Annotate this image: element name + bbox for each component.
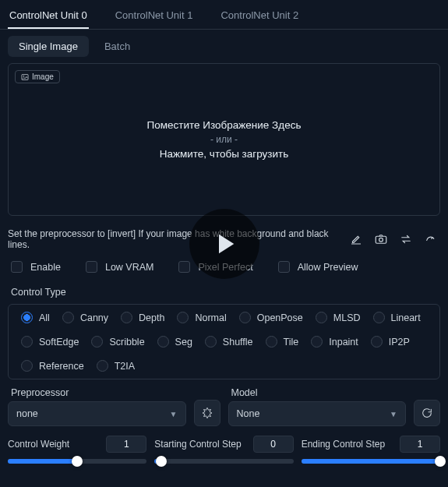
- radio-openpose[interactable]: OpenPose: [236, 309, 306, 326]
- radio-depth[interactable]: Depth: [118, 309, 168, 326]
- undo-icon-button[interactable]: [422, 230, 440, 249]
- radio-seg[interactable]: Seg: [154, 333, 196, 350]
- starting-step-label: Starting Control Step: [154, 439, 241, 450]
- radio-canny[interactable]: Canny: [59, 309, 111, 326]
- dropzone-line2: Нажмите, чтобы загрузить: [160, 148, 289, 160]
- radio-scribble[interactable]: Scribble: [88, 333, 147, 350]
- refresh-icon: [421, 407, 433, 419]
- control-type-label: Control Type: [0, 284, 448, 301]
- tab-single-image[interactable]: Single Image: [8, 36, 89, 57]
- control-weight-label: Control Weight: [8, 439, 69, 450]
- preprocessor-label: Preprocessor: [8, 387, 186, 398]
- radio-softedge[interactable]: SoftEdge: [18, 333, 82, 350]
- model-select[interactable]: None ▼: [228, 401, 407, 426]
- hint-text: Set the preprocessor to [invert] If your…: [8, 228, 340, 250]
- edit-icon: [349, 232, 363, 246]
- tab-unit-1[interactable]: ControlNet Unit 1: [114, 5, 195, 29]
- radio-t2ia[interactable]: T2IA: [93, 358, 138, 374]
- ending-step-value[interactable]: 1: [400, 436, 440, 453]
- preprocessor-select[interactable]: none ▼: [8, 401, 186, 426]
- check-pixel-perfect[interactable]: Pixel Perfect: [178, 261, 252, 273]
- radio-tile[interactable]: Tile: [263, 333, 302, 350]
- radio-reference[interactable]: Reference: [18, 358, 87, 374]
- radio-shuffle[interactable]: Shuffle: [202, 333, 256, 350]
- camera-icon-button[interactable]: [372, 230, 390, 249]
- explode-button[interactable]: [194, 400, 220, 426]
- control-weight-value[interactable]: 1: [106, 436, 146, 453]
- edit-icon-button[interactable]: [347, 230, 365, 249]
- dropzone-or: - или -: [210, 134, 238, 145]
- model-label: Model: [228, 387, 407, 398]
- refresh-button[interactable]: [414, 400, 440, 426]
- camera-icon: [374, 232, 388, 246]
- starting-step-slider[interactable]: [154, 459, 293, 464]
- ending-step-label: Ending Control Step: [302, 439, 385, 450]
- ending-step-slider[interactable]: [302, 459, 440, 464]
- undo-icon: [424, 232, 438, 246]
- tab-unit-0[interactable]: ControlNet Unit 0: [8, 5, 89, 29]
- radio-lineart[interactable]: Lineart: [370, 309, 424, 326]
- check-allow-preview[interactable]: Allow Preview: [278, 261, 358, 273]
- svg-rect-2: [376, 236, 386, 243]
- swap-icon: [399, 232, 413, 246]
- tab-batch[interactable]: Batch: [93, 36, 141, 57]
- swap-icon-button[interactable]: [397, 230, 415, 249]
- check-low-vram[interactable]: Low VRAM: [86, 261, 154, 273]
- radio-ip2p[interactable]: IP2P: [368, 333, 413, 350]
- starting-step-value[interactable]: 0: [253, 436, 294, 453]
- control-weight-slider[interactable]: [8, 459, 146, 464]
- radio-all[interactable]: All: [18, 309, 53, 326]
- image-icon: [21, 73, 29, 81]
- check-enable[interactable]: Enable: [11, 261, 61, 273]
- explode-icon: [200, 406, 214, 420]
- image-dropzone[interactable]: Image Поместите Изображение Здесь - или …: [8, 63, 440, 216]
- svg-point-1: [23, 76, 25, 77]
- chevron-down-icon: ▼: [390, 410, 397, 418]
- tab-unit-2[interactable]: ControlNet Unit 2: [219, 5, 300, 29]
- radio-mlsd[interactable]: MLSD: [312, 309, 364, 326]
- radio-normal[interactable]: Normal: [174, 309, 229, 326]
- radio-inpaint[interactable]: Inpaint: [308, 333, 362, 350]
- chevron-down-icon: ▼: [170, 410, 178, 418]
- dropzone-line1: Поместите Изображение Здесь: [147, 119, 302, 131]
- image-badge: Image: [15, 70, 60, 83]
- svg-point-3: [379, 238, 383, 242]
